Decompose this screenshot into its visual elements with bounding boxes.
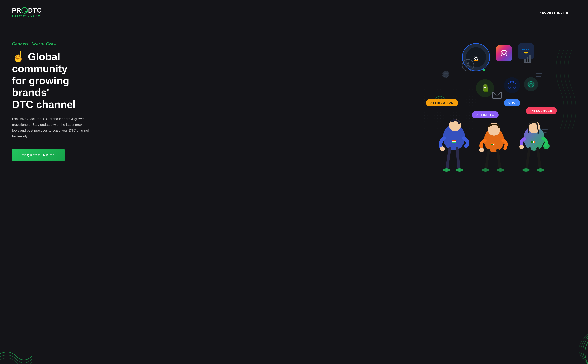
attribution-tag: ATTRIBUTION <box>426 99 458 106</box>
svg-point-38 <box>482 169 489 172</box>
shopify-svg <box>480 83 491 94</box>
hero-description: Exclusive Slack for DTC brand leaders & … <box>12 116 92 139</box>
illustration: a Walmart <box>412 33 576 173</box>
hero-emoji: ☝ <box>12 51 25 62</box>
svg-point-47 <box>519 145 524 149</box>
svg-point-37 <box>479 148 484 152</box>
shopify-icon <box>476 79 494 97</box>
cro-tag: CRO <box>504 99 520 106</box>
logo-o-icon <box>21 7 28 13</box>
people-illustration <box>422 109 562 173</box>
logo-community: COMMUNITY <box>12 14 42 18</box>
svg-rect-33 <box>452 140 456 141</box>
gear-svg <box>440 69 452 81</box>
person-svg <box>465 62 471 68</box>
svg-rect-13 <box>529 55 531 62</box>
globe-icon <box>504 77 520 93</box>
email-svg <box>492 91 502 99</box>
instagram-svg <box>500 49 508 58</box>
svg-rect-52 <box>531 141 533 143</box>
svg-rect-54 <box>534 141 535 143</box>
openai-icon <box>524 77 538 91</box>
logo-text-pr: PR <box>12 7 21 13</box>
hero-left: Connect. Learn. Grow ☝ Global communityf… <box>12 37 108 161</box>
hero-right: a Walmart <box>120 37 576 173</box>
openai-svg <box>527 80 535 89</box>
svg-point-4 <box>503 52 505 55</box>
logo: PR DTC COMMUNITY <box>12 7 42 18</box>
logo-top: PR DTC <box>12 7 42 13</box>
chart-svg <box>523 53 533 63</box>
gear-icon <box>440 69 452 84</box>
svg-rect-42 <box>491 143 493 145</box>
svg-rect-11 <box>524 59 526 62</box>
svg-point-48 <box>543 143 549 149</box>
svg-rect-53 <box>533 141 534 143</box>
hero-section: Connect. Learn. Grow ☝ Global communityf… <box>0 25 588 173</box>
svg-point-31 <box>456 169 463 172</box>
hero-title: ☝ Global communityfor growing brands'DTC… <box>12 51 108 110</box>
chart-icon <box>523 53 533 65</box>
svg-rect-44 <box>494 143 495 145</box>
svg-rect-41 <box>491 143 495 143</box>
amazon-svg: a <box>471 52 481 62</box>
svg-text:Walmart: Walmart <box>522 48 530 51</box>
svg-point-39 <box>497 169 504 172</box>
bottom-deco-right <box>548 334 588 364</box>
hero-request-invite-button[interactable]: REQUEST INVITE <box>12 149 65 161</box>
svg-point-29 <box>440 146 445 151</box>
svg-point-49 <box>522 169 530 172</box>
hero-tagline: Connect. Learn. Grow <box>12 41 108 46</box>
svg-point-25 <box>527 81 535 88</box>
menu-lines <box>536 73 542 77</box>
svg-point-30 <box>443 169 450 172</box>
svg-point-15 <box>467 63 469 65</box>
svg-point-5 <box>506 51 506 52</box>
svg-rect-43 <box>493 143 494 145</box>
svg-rect-34 <box>452 142 456 143</box>
menu-line-3 <box>536 76 541 77</box>
email-icon <box>492 91 502 101</box>
bottom-deco-left <box>0 340 40 364</box>
header: PR DTC COMMUNITY REQUEST INVITE <box>0 0 588 25</box>
green-dot-amazon <box>483 69 485 72</box>
svg-rect-12 <box>527 57 528 62</box>
bottom-left-svg <box>0 340 40 364</box>
menu-line-1 <box>536 73 542 74</box>
bottom-right-svg <box>548 334 588 364</box>
globe-svg <box>507 80 517 90</box>
nav-request-invite-button[interactable]: REQUEST INVITE <box>532 8 576 17</box>
instagram-icon <box>496 45 512 61</box>
menu-line-2 <box>536 75 540 75</box>
logo-text-dtc: DTC <box>28 7 42 13</box>
person-icon <box>462 59 474 71</box>
svg-point-50 <box>537 169 544 172</box>
